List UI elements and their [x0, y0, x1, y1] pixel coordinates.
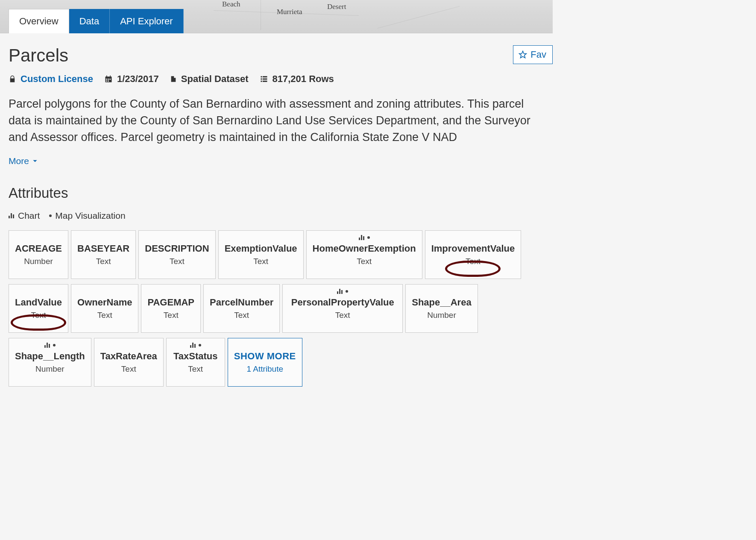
attribute-card[interactable]: BASEYEAR Text: [71, 230, 136, 279]
attribute-card[interactable]: ExemptionValue Text: [218, 230, 304, 279]
attribute-type: Text: [253, 257, 268, 266]
attribute-name: LandValue: [15, 297, 62, 308]
map-label-desert: Desert: [327, 3, 346, 11]
svg-rect-6: [108, 79, 109, 80]
chart-icon: [337, 289, 343, 294]
attribute-card[interactable]: LandValue Text: [9, 284, 68, 333]
svg-rect-15: [263, 81, 267, 82]
svg-rect-13: [263, 79, 267, 80]
chevron-down-icon: [32, 156, 38, 166]
attribute-type: Text: [357, 257, 372, 266]
attribute-card[interactable]: PersonalPropertyValue Text: [282, 284, 403, 333]
lock-icon: [9, 75, 16, 83]
map-label-murrieta: Murrieta: [277, 8, 302, 16]
attribute-type: Text: [96, 257, 111, 266]
attribute-card[interactable]: Shape__Length Number: [9, 338, 91, 387]
attribute-name: DESCRIPTION: [145, 243, 209, 254]
attribute-name: PersonalPropertyValue: [291, 297, 394, 308]
tab-data[interactable]: Data: [69, 9, 110, 33]
dot-icon: [367, 236, 370, 239]
svg-rect-3: [106, 76, 107, 77]
attribute-type: Text: [97, 311, 112, 320]
favorite-label: Fav: [530, 49, 546, 60]
svg-marker-0: [519, 51, 527, 58]
calendar-icon: [104, 75, 113, 83]
svg-rect-5: [106, 79, 107, 80]
attribute-type: Text: [335, 311, 350, 320]
attribute-name: HomeOwnerExemption: [313, 243, 416, 254]
svg-rect-12: [261, 79, 262, 80]
attribute-card[interactable]: ImprovementValue Text: [425, 230, 522, 279]
attribute-type: Text: [164, 311, 179, 320]
tab-api-explorer[interactable]: API Explorer: [110, 9, 184, 33]
attribute-name: OwnerName: [77, 297, 132, 308]
map-label-beach: Beach: [222, 0, 240, 9]
svg-rect-11: [263, 76, 267, 77]
rows-value: 817,201 Rows: [273, 73, 334, 85]
chart-icon: [190, 343, 196, 348]
attribute-name: ParcelNumber: [210, 297, 273, 308]
attributes-heading: Attributes: [9, 185, 544, 201]
dot-icon: [199, 344, 201, 346]
attribute-name: ImprovementValue: [431, 243, 515, 254]
chart-icon: [9, 213, 15, 218]
svg-rect-14: [261, 81, 262, 82]
attribute-type: Text: [466, 257, 481, 266]
dot-icon: [346, 290, 348, 293]
attribute-type: Number: [35, 364, 64, 374]
chart-icon: [359, 235, 365, 240]
type-value: Spatial Dataset: [181, 73, 249, 85]
attribute-card[interactable]: TaxStatus Text: [166, 338, 225, 387]
attribute-card[interactable]: ACREAGE Number: [9, 230, 68, 279]
attribute-name: BASEYEAR: [77, 243, 129, 254]
attribute-name: TaxStatus: [173, 351, 218, 362]
legend-chart: Chart: [9, 211, 40, 221]
attribute-name: ExemptionValue: [225, 243, 297, 254]
attribute-name: Shape__Area: [412, 297, 471, 308]
attribute-type: Text: [234, 311, 249, 320]
svg-rect-8: [106, 80, 107, 82]
date-value: 1/23/2017: [117, 73, 159, 85]
svg-rect-2: [105, 76, 111, 78]
attribute-name: TaxRateArea: [100, 351, 157, 362]
show-more-button[interactable]: SHOW MORE 1 Attribute: [228, 338, 302, 387]
attribute-type: Text: [121, 364, 136, 374]
list-icon: [260, 75, 268, 83]
tab-overview[interactable]: Overview: [9, 9, 69, 33]
attribute-card[interactable]: DESCRIPTION Text: [138, 230, 215, 279]
attribute-type: Text: [170, 257, 185, 266]
attribute-card[interactable]: ParcelNumber Text: [203, 284, 280, 333]
attribute-card[interactable]: PAGEMAP Text: [141, 284, 201, 333]
map-preview: Beach Murrieta Desert Overview Data API …: [0, 0, 553, 33]
attribute-name: Shape__Length: [15, 351, 85, 362]
legend-row: Chart Map Visualization: [9, 211, 544, 221]
attribute-name: PAGEMAP: [147, 297, 194, 308]
legend-map: Map Visualization: [49, 211, 125, 221]
tabs: Overview Data API Explorer: [9, 9, 184, 33]
attribute-name: ACREAGE: [15, 243, 62, 254]
attribute-type: Text: [188, 364, 203, 374]
attribute-card[interactable]: OwnerName Text: [71, 284, 138, 333]
attribute-type: Text: [31, 311, 46, 320]
dot-icon: [53, 344, 56, 346]
description: Parcel polygons for the County of San Be…: [9, 96, 544, 148]
favorite-button[interactable]: Fav: [513, 45, 553, 64]
content-area: Parcels Fav Custom License 1/23/2017 Spa…: [0, 33, 553, 387]
attribute-type: Number: [427, 311, 456, 320]
license-link[interactable]: Custom License: [21, 73, 93, 85]
attribute-card[interactable]: HomeOwnerExemption Text: [306, 230, 422, 279]
attribute-card[interactable]: TaxRateArea Text: [94, 338, 164, 387]
star-icon: [519, 50, 527, 59]
meta-row: Custom License 1/23/2017 Spatial Dataset…: [9, 73, 544, 85]
dot-icon: [49, 214, 52, 217]
attributes-grid: ACREAGE Number BASEYEAR Text DESCRIPTION…: [9, 230, 544, 387]
svg-rect-4: [110, 76, 111, 77]
attribute-type: Number: [24, 257, 53, 266]
attribute-card[interactable]: Shape__Area Number: [405, 284, 478, 333]
more-link[interactable]: More: [9, 156, 38, 166]
file-icon: [170, 75, 177, 83]
svg-rect-10: [261, 76, 262, 77]
svg-rect-9: [108, 80, 109, 82]
svg-rect-7: [109, 79, 111, 80]
page-title: Parcels: [9, 45, 68, 66]
